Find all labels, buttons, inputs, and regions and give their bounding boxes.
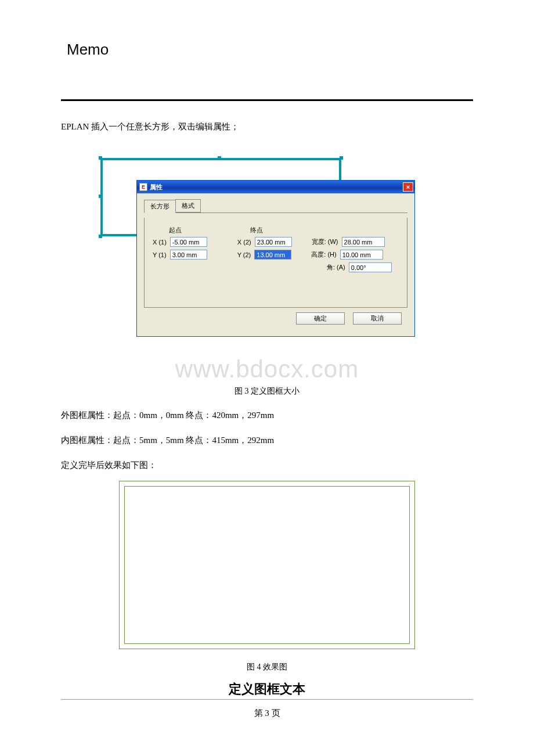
app-icon: E [139, 183, 147, 191]
x1-label: X (1) [153, 239, 167, 246]
section-title: 定义图框文本 [61, 681, 473, 698]
header-divider [61, 99, 473, 101]
width-input[interactable] [342, 237, 385, 247]
width-label: 宽度: (W) [312, 237, 338, 246]
cancel-button[interactable]: 取消 [353, 312, 402, 325]
properties-dialog: E 属性 × 长方形 格式 起点 终点 X (1) [136, 180, 415, 337]
col-end-label: 终点 [240, 226, 321, 235]
figure-4-caption: 图 4 效果图 [61, 662, 473, 672]
y2-input[interactable] [254, 250, 291, 260]
ok-button[interactable]: 确定 [296, 312, 345, 325]
handle-bottom-left [99, 235, 102, 238]
handle-top-mid [218, 156, 221, 160]
section-divider [61, 699, 473, 700]
height-label: 高度: (H) [311, 250, 336, 259]
handle-top-left [99, 156, 102, 160]
handle-top-right [340, 156, 343, 160]
dialog-titlebar[interactable]: E 属性 × [137, 181, 414, 193]
y1-label: Y (1) [153, 251, 167, 258]
height-input[interactable] [340, 250, 383, 260]
x2-input[interactable] [255, 237, 292, 247]
page-number: 第 3 页 [61, 708, 473, 719]
dialog-title: 属性 [150, 183, 403, 192]
figure-3-caption: 图 3 定义图框大小 [61, 386, 473, 397]
angle-label: 角: (A) [327, 263, 345, 272]
figure-4 [119, 481, 415, 649]
figure-4-inner [124, 486, 410, 644]
form-area: 起点 终点 X (1) X (2) 宽度: (W) [144, 218, 407, 308]
y2-label: Y (2) [237, 251, 251, 258]
para-result: 定义完毕后效果如下图： [61, 456, 473, 475]
tab-format[interactable]: 格式 [175, 199, 201, 213]
angle-input[interactable] [349, 262, 392, 272]
x1-input[interactable] [170, 237, 207, 247]
para-outer-frame: 外图框属性：起点：0mm，0mm 终点：420mm，297mm [61, 406, 473, 425]
figure-3: E 属性 × 长方形 格式 起点 终点 X (1) [96, 145, 438, 360]
memo-header: Memo [67, 41, 473, 59]
intro-text: EPLAN 插入一个任意长方形，双击编辑属性； [61, 117, 473, 136]
y1-input[interactable] [170, 250, 207, 260]
handle-mid-left [99, 195, 102, 198]
tab-strip: 长方形 格式 [144, 199, 407, 213]
x2-label: X (2) [237, 239, 251, 246]
para-inner-frame: 内图框属性：起点：5mm，5mm 终点：415mm，292mm [61, 431, 473, 450]
close-icon[interactable]: × [403, 182, 413, 192]
tab-rectangle[interactable]: 长方形 [144, 200, 176, 213]
col-start-label: 起点 [153, 226, 240, 235]
